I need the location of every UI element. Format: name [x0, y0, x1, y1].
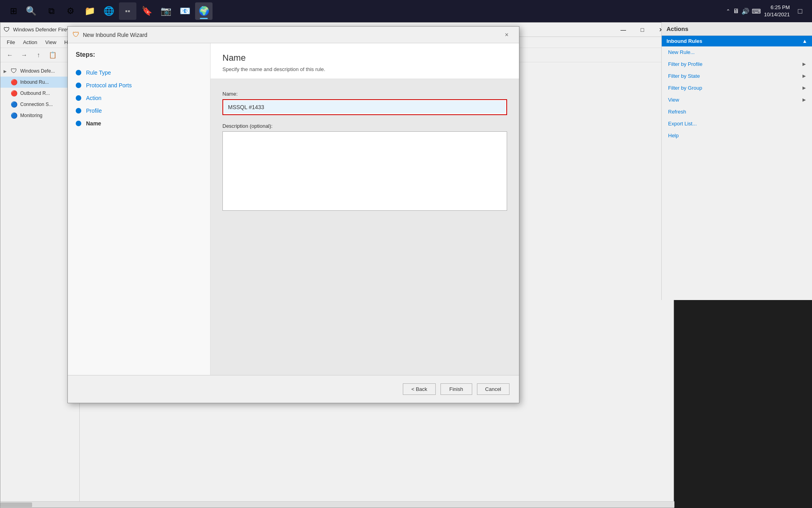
step-label-profile[interactable]: Profile: [86, 108, 102, 114]
bg-maximize-button[interactable]: □: [633, 24, 651, 36]
actions-section-collapse-icon[interactable]: ▲: [802, 38, 807, 44]
app6-button[interactable]: 🔖: [138, 2, 155, 20]
desc-label: Description (optional):: [222, 123, 507, 129]
step-label-name[interactable]: Name: [86, 120, 101, 127]
start-icon: ⊞: [10, 6, 17, 16]
name-label: Name:: [222, 91, 507, 97]
name-field-group: Name:: [222, 91, 507, 115]
clock-date: 10/14/2021: [764, 11, 790, 18]
speaker-icon: 🔊: [741, 8, 749, 15]
taskbar-apps: ⧉ ⚙ 📁 🌐 ▪▪ 🔖 📷 📧 🌍: [43, 2, 726, 20]
shield-icon: 🛡: [10, 67, 18, 75]
menu-view[interactable]: View: [42, 38, 59, 46]
toolbar-forward-button[interactable]: →: [18, 50, 31, 61]
arrow-icon: ▶: [802, 62, 806, 67]
toolbar-up-button[interactable]: ↑: [32, 50, 45, 61]
form-title: Name: [222, 53, 507, 63]
dialog-content: Steps: Rule Type Protocol and Ports Acti…: [68, 43, 519, 375]
scrollbar-thumb[interactable]: [0, 502, 32, 507]
desc-textarea[interactable]: [222, 131, 507, 211]
expand-icon: ▶: [4, 69, 7, 73]
notification-button[interactable]: □: [793, 4, 807, 18]
step-name: Name: [76, 117, 202, 130]
step-dot-protocol: [76, 83, 81, 88]
firewall-app-button[interactable]: 🌍: [195, 2, 213, 20]
action-filter-group[interactable]: Filter by Group ▶: [662, 82, 812, 94]
toolbar-back-button[interactable]: ←: [4, 50, 16, 61]
action-refresh[interactable]: Refresh: [662, 106, 812, 118]
folder-icon: 📁: [84, 6, 95, 16]
action-new-rule[interactable]: New Rule...: [662, 46, 812, 58]
app8-button[interactable]: 📧: [176, 2, 193, 20]
action-help-label: Help: [668, 133, 679, 139]
connection-icon: 🔵: [10, 100, 18, 108]
taskview-button[interactable]: ⧉: [43, 2, 60, 20]
app7-button[interactable]: 📷: [157, 2, 174, 20]
bg-horizontal-scrollbar[interactable]: [0, 501, 674, 508]
outbound-icon: 🔴: [10, 89, 18, 97]
action-filter-state-label: Filter by State: [668, 73, 700, 79]
action-refresh-label: Refresh: [668, 109, 686, 115]
dialog-title-text: New Inbound Rule Wizard: [83, 32, 496, 38]
step-label-rule-type[interactable]: Rule Type: [86, 69, 111, 76]
name-input[interactable]: [224, 101, 506, 114]
actions-section-inbound: Inbound Rules ▲: [662, 36, 812, 46]
action-filter-profile[interactable]: Filter by Profile ▶: [662, 58, 812, 70]
search-button[interactable]: 🔍: [22, 2, 40, 20]
name-input-wrapper: [222, 99, 507, 115]
form-panel: Name Specify the name and description of…: [211, 43, 519, 375]
arrow-icon-2: ▶: [802, 73, 806, 79]
action-new-rule-label: New Rule...: [668, 49, 695, 55]
settings-icon: ⚙: [67, 6, 75, 16]
start-button[interactable]: ⊞: [5, 2, 22, 20]
dialog-title-icon: 🛡: [73, 31, 80, 39]
step-dot-action: [76, 95, 81, 101]
system-tray: ⌃ 🖥 🔊 ⌨: [726, 8, 761, 15]
firewall-app-icon: 🌍: [199, 6, 209, 16]
terminal-button[interactable]: ▪▪: [119, 2, 136, 20]
action-export-label: Export List...: [668, 121, 697, 127]
scrollbar-track: [0, 502, 674, 508]
actions-panel-header: Actions: [662, 22, 812, 36]
action-filter-state[interactable]: Filter by State ▶: [662, 70, 812, 82]
step-dot-profile: [76, 108, 81, 114]
chevron-up-icon[interactable]: ⌃: [726, 8, 730, 14]
steps-panel: Steps: Rule Type Protocol and Ports Acti…: [68, 43, 211, 375]
settings-button[interactable]: ⚙: [62, 2, 79, 20]
action-filter-group-label: Filter by Group: [668, 85, 702, 91]
step-action: Action: [76, 92, 202, 104]
finish-button[interactable]: Finish: [440, 383, 472, 395]
inbound-icon: 🔴: [10, 78, 18, 86]
bg-window-title-icon: 🛡: [4, 26, 10, 33]
taskbar: ⊞ 🔍 ⧉ ⚙ 📁 🌐 ▪▪ 🔖 📷 📧 🌍: [0, 0, 812, 22]
form-body: Name: Description (optional):: [211, 79, 519, 375]
cancel-button[interactable]: Cancel: [477, 383, 509, 395]
action-view-label: View: [668, 97, 679, 103]
sidebar-label-wdf: Windows Defe...: [20, 68, 55, 74]
action-filter-profile-label: Filter by Profile: [668, 61, 703, 67]
edge-icon: 🌐: [103, 6, 114, 16]
folder-button[interactable]: 📁: [81, 2, 98, 20]
step-label-protocol[interactable]: Protocol and Ports: [86, 82, 132, 89]
dialog-footer: < Back Finish Cancel: [68, 375, 519, 403]
toolbar-properties-button[interactable]: 📋: [46, 50, 59, 61]
edge-button[interactable]: 🌐: [100, 2, 117, 20]
arrow-icon-3: ▶: [802, 85, 806, 90]
dialog-close-button[interactable]: ×: [499, 29, 514, 40]
bg-minimize-button[interactable]: —: [614, 24, 632, 36]
actions-section-label: Inbound Rules: [666, 38, 702, 44]
step-rule-type: Rule Type: [76, 66, 202, 79]
action-export-list[interactable]: Export List...: [662, 118, 812, 130]
action-view[interactable]: View ▶: [662, 94, 812, 106]
back-button[interactable]: < Back: [403, 383, 435, 395]
menu-action[interactable]: Action: [20, 38, 40, 46]
form-subtitle: Specify the name and description of this…: [222, 66, 507, 72]
app7-icon: 📷: [161, 6, 171, 16]
terminal-icon: ▪▪: [125, 7, 130, 15]
action-help[interactable]: Help: [662, 130, 812, 142]
step-label-action[interactable]: Action: [86, 95, 102, 101]
network-icon: 🖥: [733, 8, 739, 15]
system-clock[interactable]: 6:25 PM 10/14/2021: [764, 4, 790, 18]
menu-file[interactable]: File: [4, 38, 18, 46]
taskbar-right: ⌃ 🖥 🔊 ⌨ 6:25 PM 10/14/2021 □: [726, 4, 807, 18]
